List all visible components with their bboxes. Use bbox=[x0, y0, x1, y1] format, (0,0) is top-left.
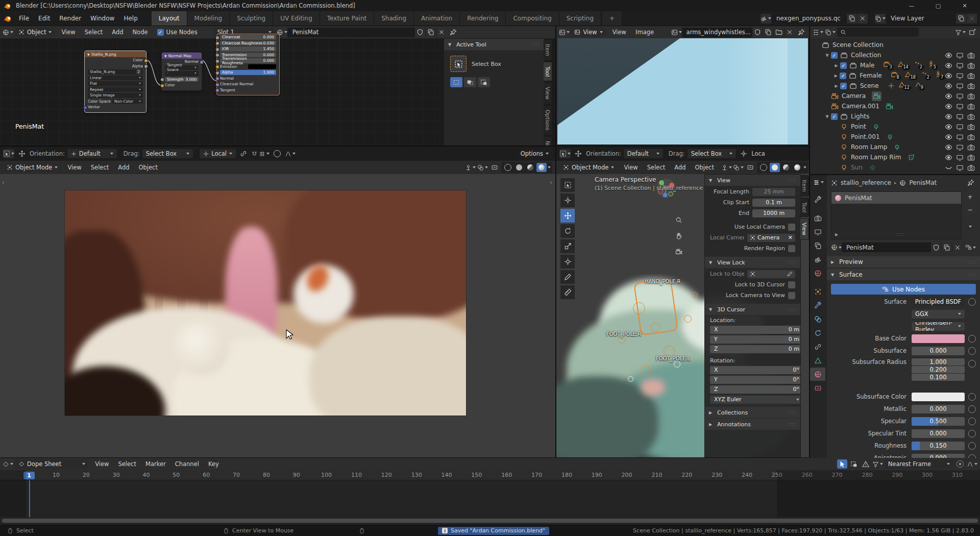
menu-key[interactable]: Key bbox=[204, 459, 224, 469]
breadcrumb-object[interactable]: stallio_reference bbox=[841, 179, 891, 186]
node-socket[interactable] bbox=[215, 83, 219, 87]
material-unlink-button[interactable] bbox=[436, 28, 447, 37]
outliner-item-label[interactable]: Sun bbox=[851, 164, 863, 171]
node-socket-indicator[interactable] bbox=[968, 442, 976, 450]
property-dropdown[interactable]: Christensen-Burley bbox=[912, 322, 965, 331]
filter-button[interactable] bbox=[955, 28, 966, 37]
menu-view[interactable]: View bbox=[90, 459, 113, 469]
outliner-item-label[interactable]: Female bbox=[860, 72, 881, 79]
remove-slot-button[interactable]: − bbox=[964, 204, 976, 215]
workspace-tab-shading[interactable]: Shading bbox=[374, 11, 414, 26]
cursor-rotation-y[interactable]: Y0° bbox=[710, 376, 801, 384]
property-slider[interactable]: 0.150 bbox=[912, 442, 965, 450]
gizmos-button[interactable] bbox=[722, 163, 732, 172]
shading-wireframe-button[interactable] bbox=[503, 163, 513, 172]
image-open-button[interactable] bbox=[774, 28, 785, 37]
orientation-dropdown[interactable]: Default bbox=[624, 149, 663, 158]
scene-unlink-button[interactable] bbox=[857, 14, 868, 23]
emission-color-swatch[interactable] bbox=[248, 64, 276, 69]
node-dropdown[interactable]: · bbox=[165, 71, 199, 76]
cursor-location-x[interactable]: X0 m bbox=[710, 326, 801, 334]
tool-measure-button[interactable] bbox=[560, 285, 575, 299]
filter-button[interactable] bbox=[872, 459, 883, 469]
use-nodes-button[interactable]: Use Nodes bbox=[831, 284, 976, 295]
outliner-item-label[interactable]: Camera.001 bbox=[842, 103, 879, 110]
node-slider[interactable]: Strength3.000 bbox=[165, 77, 199, 82]
active-tool-button[interactable] bbox=[559, 149, 571, 158]
node-socket[interactable] bbox=[215, 71, 219, 75]
slot-specials-button[interactable] bbox=[964, 221, 976, 232]
app-menu-icon[interactable] bbox=[3, 14, 13, 23]
gizmo-move-icon[interactable] bbox=[17, 149, 27, 158]
overlays-button[interactable] bbox=[733, 163, 744, 172]
zoom-icon[interactable] bbox=[795, 42, 805, 52]
falloff-button[interactable] bbox=[285, 149, 296, 158]
node-socket[interactable] bbox=[215, 65, 219, 69]
property-slider[interactable]: 0.500 bbox=[912, 417, 965, 426]
new-collection-button[interactable] bbox=[967, 28, 977, 37]
node-slider[interactable]: Clearcoat Roughness0.030 bbox=[220, 41, 276, 46]
disclosure-icon[interactable]: ▶ bbox=[832, 84, 840, 88]
lock-to-object-field[interactable] bbox=[747, 270, 795, 278]
node-dropdown[interactable]: Tangent Space bbox=[165, 65, 199, 70]
outliner-item-label[interactable]: Point bbox=[851, 123, 866, 130]
drag-dropdown[interactable]: Select Box bbox=[142, 149, 193, 158]
breadcrumb-material[interactable]: PenisMat bbox=[909, 179, 937, 186]
node-socket[interactable] bbox=[215, 41, 219, 45]
shading-solid-button[interactable] bbox=[514, 163, 524, 172]
select-mode-extend-button[interactable] bbox=[464, 77, 476, 87]
properties-tab-tool[interactable] bbox=[810, 193, 825, 206]
node-socket[interactable] bbox=[160, 84, 164, 88]
link-override-button[interactable] bbox=[965, 243, 976, 252]
material-name-field[interactable]: PenisMat bbox=[288, 28, 415, 37]
menu-image[interactable]: Image bbox=[631, 28, 658, 37]
snap-mode-dropdown[interactable]: Nearest Frame bbox=[885, 459, 953, 469]
node-slider[interactable]: Transmission Roughness0.000 bbox=[220, 58, 276, 63]
scene-browse-button[interactable] bbox=[761, 14, 772, 23]
close-button[interactable]: ✕ bbox=[953, 0, 976, 11]
menu-view[interactable]: View bbox=[619, 163, 642, 172]
property-slider[interactable]: 0.000 bbox=[912, 405, 965, 413]
node-socket[interactable] bbox=[215, 77, 219, 81]
cursor-location-y[interactable]: Y0 m bbox=[710, 335, 801, 344]
box-select-button[interactable] bbox=[849, 459, 859, 469]
rendered-camera-view[interactable] bbox=[65, 190, 466, 416]
toolbar-expand-arrow[interactable]: ‹ bbox=[2, 179, 4, 186]
outliner-row-lights[interactable]: ▼✓Lights bbox=[810, 111, 980, 121]
pan-icon[interactable] bbox=[795, 57, 805, 66]
menu-select[interactable]: Select bbox=[86, 163, 113, 172]
node-socket[interactable] bbox=[144, 64, 148, 68]
bone-widget[interactable] bbox=[684, 315, 692, 323]
workspace-tab-compositing[interactable]: Compositing bbox=[506, 11, 559, 26]
editor-type-button[interactable] bbox=[3, 459, 13, 469]
snap-target-button[interactable] bbox=[251, 149, 270, 158]
disclosure-icon[interactable]: ▶ bbox=[832, 63, 840, 68]
cursor-rotation-x[interactable]: X0° bbox=[710, 366, 801, 374]
sidebar-tab-node-wrangler[interactable]: Node Wrangler bbox=[544, 136, 552, 145]
node-header[interactable]: ▼Stallio_N.png bbox=[85, 51, 146, 57]
active-tool-header[interactable]: ▼Active Tool :::: bbox=[444, 39, 544, 51]
xray-button[interactable] bbox=[745, 163, 755, 172]
overlays-button[interactable] bbox=[477, 163, 488, 172]
bone-widget[interactable] bbox=[674, 361, 680, 368]
node-socket[interactable] bbox=[215, 47, 219, 52]
shading-rendered-button[interactable] bbox=[536, 163, 547, 172]
color-swatch[interactable] bbox=[912, 393, 965, 401]
select-mode-set-button[interactable] bbox=[450, 77, 462, 87]
checkbox-lock-camera-to-view[interactable] bbox=[788, 292, 795, 299]
bone-widget[interactable] bbox=[633, 302, 645, 314]
only-errors-icon[interactable] bbox=[861, 459, 871, 469]
property-dropdown[interactable]: GGX bbox=[912, 310, 965, 319]
workspace-tab-rendering[interactable]: Rendering bbox=[460, 11, 506, 26]
gizmo-move-icon[interactable] bbox=[573, 149, 583, 158]
outliner-item-label[interactable]: Collection bbox=[851, 52, 881, 59]
properties-tab-modifiers[interactable] bbox=[810, 299, 825, 312]
tool-select-box-button[interactable] bbox=[560, 178, 575, 192]
tool-move-button[interactable] bbox=[560, 209, 575, 223]
shading-material-button[interactable] bbox=[525, 163, 535, 172]
use-nodes-checkbox[interactable]: ✓ bbox=[157, 29, 164, 36]
navigation-gizmo[interactable] bbox=[656, 178, 676, 199]
orientation-dropdown[interactable]: Default bbox=[67, 149, 117, 158]
field-end[interactable]: 1000 m bbox=[752, 209, 795, 217]
property-slider[interactable]: 0.000 bbox=[912, 347, 965, 355]
